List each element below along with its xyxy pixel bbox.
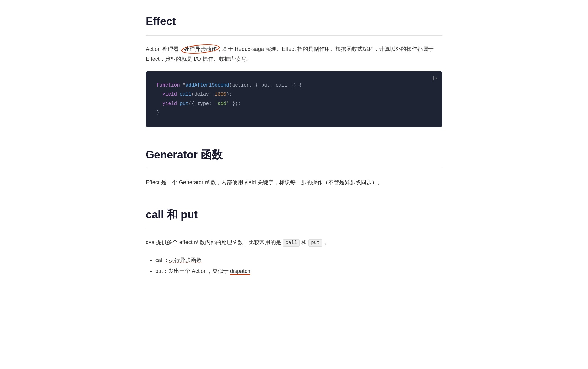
page-container: Effect Action 处理器，处理异步动作，基于 Redux-saga 实…	[127, 0, 461, 307]
list-item-call: call：执行异步函数	[155, 255, 442, 266]
section-call-put-title: call 和 put	[146, 205, 442, 229]
section-effect-title: Effect	[146, 12, 442, 36]
code-pre: function *addAfter1Second(action, { put,…	[157, 81, 431, 118]
list-item-put: put：发出一个 Action，类似于 dispatch	[155, 266, 442, 276]
section-generator-desc: Effect 是一个 Generator 函数，内部使用 yield 关键字，标…	[146, 178, 442, 187]
call-desc: 执行异步函数	[169, 257, 202, 263]
code-block-effect: js function *addAfter1Second(action, { p…	[146, 71, 442, 127]
bullet-list-call-put: call：执行异步函数 put：发出一个 Action，类似于 dispatch	[146, 255, 442, 276]
lang-label: js	[432, 75, 437, 81]
section-generator-title: Generator 函数	[146, 145, 442, 169]
highlight-circle: 处理异步动作	[184, 46, 217, 52]
section-call-put-desc: dva 提供多个 effect 函数内部的处理函数，比较常用的是 call 和 …	[146, 237, 442, 247]
section-generator: Generator 函数 Effect 是一个 Generator 函数，内部使…	[146, 145, 442, 188]
put-dispatch: dispatch	[230, 268, 250, 275]
section-effect: Effect Action 处理器，处理异步动作，基于 Redux-saga 实…	[146, 12, 442, 127]
inline-code-put: put	[308, 239, 322, 247]
section-effect-desc: Action 处理器，处理异步动作，基于 Redux-saga 实现。Effec…	[146, 44, 442, 64]
section-call-put: call 和 put dva 提供多个 effect 函数内部的处理函数，比较常…	[146, 205, 442, 276]
inline-code-call: call	[283, 239, 300, 247]
